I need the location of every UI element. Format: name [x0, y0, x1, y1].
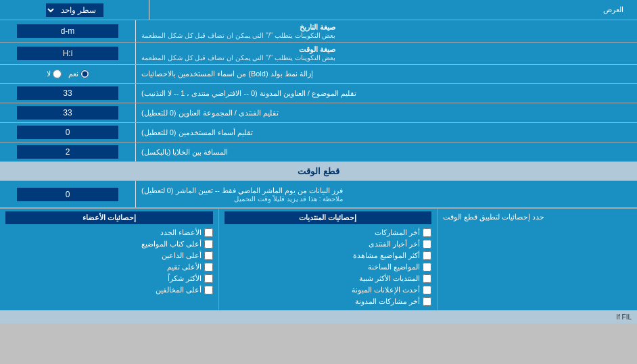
- cutoff-label: فرز البيانات من يوم الماشر الماضي فقط --…: [141, 186, 343, 195]
- cb-latest-ads[interactable]: [423, 286, 431, 294]
- cb-forum-news[interactable]: [423, 240, 431, 249]
- stats-apply-label: حدد إحصائيات لتطبيق قطع الوقت: [443, 213, 544, 222]
- radio-no-label: لا: [47, 70, 62, 78]
- bold-remove-label: إزالة نمط بولد (Bold) من اسماء المستخدمي…: [141, 70, 313, 78]
- time-format-label: صيغة الوقت: [141, 45, 335, 54]
- topic-trim-input[interactable]: [17, 86, 118, 100]
- col2-header: إحصائيات الأعضاء: [5, 211, 213, 224]
- time-format-input[interactable]: [17, 47, 118, 60]
- radio-yes[interactable]: [80, 70, 89, 78]
- usernames-trim-input[interactable]: [17, 126, 118, 139]
- cb-most-thanks[interactable]: [204, 274, 213, 283]
- cb-top-rated[interactable]: [204, 263, 213, 271]
- cell-distance-label: المسافة بين الخلايا (بالبكسل): [141, 148, 229, 157]
- usernames-trim-label: تقليم أسماء المستخدمين (0 للتعطيل): [141, 128, 253, 137]
- cb-top-writers[interactable]: [204, 240, 213, 249]
- col1-header: إحصائيات المنتديات: [225, 211, 432, 224]
- forum-trim-label: تقليم الفنتدى / المجموعة العناوين (0 للت…: [141, 109, 279, 118]
- cb-most-viewed[interactable]: [423, 251, 431, 260]
- cell-distance-input[interactable]: [17, 145, 118, 159]
- cb-blog-posts[interactable]: [423, 297, 431, 306]
- cb-hot-topics[interactable]: [423, 263, 431, 271]
- date-format-input[interactable]: [17, 24, 118, 38]
- radio-no[interactable]: [53, 70, 62, 78]
- display-dropdown[interactable]: سطر واحد: [46, 3, 103, 17]
- cb-top-violators[interactable]: [204, 286, 213, 294]
- cutoff-section-header: قطع الوقت: [0, 162, 637, 181]
- cutoff-input[interactable]: [17, 188, 118, 201]
- date-format-label: صيغة التاريخ: [141, 23, 335, 32]
- cb-top-inviters[interactable]: [204, 251, 213, 260]
- section-label: العرض: [603, 5, 623, 14]
- forum-trim-input[interactable]: [17, 106, 118, 120]
- date-format-sublabel: بعض التكوينات يتطلب "/" التي يمكن ان تضا…: [141, 32, 335, 39]
- time-format-sublabel: بعض التكوينات يتطلب "/" التي يمكن ان تضا…: [141, 54, 335, 61]
- cb-last-posts[interactable]: [423, 228, 431, 237]
- cb-new-members[interactable]: [204, 228, 213, 237]
- topic-trim-label: تقليم الموضوع / العناوين المدونة (0 -- ا…: [141, 89, 356, 98]
- radio-yes-label: نعم: [68, 70, 89, 78]
- bottom-note: If FIL: [616, 313, 632, 321]
- cb-most-similar[interactable]: [423, 274, 431, 283]
- cutoff-note: ملاحظة : هذا قد يزيد قليلاً وقت التحميل: [141, 195, 343, 203]
